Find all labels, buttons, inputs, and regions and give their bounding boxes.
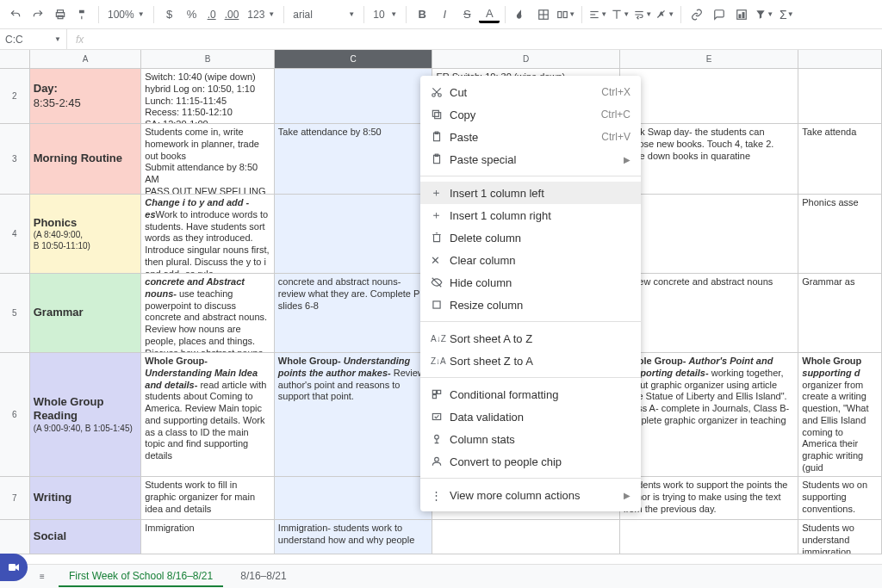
ctx-cut[interactable]: CutCtrl+X bbox=[420, 81, 641, 103]
chart-button[interactable] bbox=[731, 4, 752, 25]
comment-button[interactable] bbox=[709, 4, 730, 25]
fill-color-button[interactable] bbox=[511, 4, 531, 25]
cell[interactable]: Morning Routine bbox=[30, 124, 142, 194]
ctx-insert-right[interactable]: ＋Insert 1 column right bbox=[420, 204, 641, 226]
cell[interactable]: Whole Group- Understanding Main Idea and… bbox=[141, 353, 275, 476]
merge-button[interactable]: ▼ bbox=[556, 4, 576, 25]
cell[interactable]: Book Swap day- the students can choose n… bbox=[620, 124, 799, 194]
cell[interactable]: Students work to support the points the … bbox=[620, 477, 799, 519]
column-header-f[interactable] bbox=[798, 50, 882, 68]
ctx-delete-col[interactable]: Delete column bbox=[420, 226, 641, 249]
rotate-button[interactable]: A▼ bbox=[655, 4, 675, 25]
cell[interactable]: concrete and Abstract nouns- use teachin… bbox=[141, 274, 275, 352]
cell[interactable]: review concrete and abstract nouns bbox=[620, 274, 799, 352]
cell[interactable]: Whole Group- Understanding points the au… bbox=[275, 353, 433, 476]
zoom-selector[interactable]: 100%▼ bbox=[104, 9, 148, 21]
strike-button[interactable]: S bbox=[457, 4, 477, 25]
print-button[interactable] bbox=[50, 4, 71, 25]
italic-button[interactable]: I bbox=[434, 4, 455, 25]
cell[interactable]: Take attenda bbox=[798, 124, 882, 194]
undo-button[interactable] bbox=[5, 4, 26, 25]
ctx-people-chip[interactable]: Convert to people chip bbox=[420, 450, 641, 473]
cell[interactable] bbox=[432, 520, 619, 554]
ctx-sort-az[interactable]: A↓ZSort sheet A to Z bbox=[420, 327, 641, 350]
cell[interactable]: Immigration- students work to understand… bbox=[275, 520, 433, 554]
filter-button[interactable]: ▼ bbox=[754, 4, 774, 25]
cell[interactable]: Day: 8:35-2:45 bbox=[30, 69, 142, 123]
ctx-sort-za[interactable]: Z↓ASort sheet Z to A bbox=[420, 350, 641, 372]
currency-button[interactable]: $ bbox=[159, 4, 180, 25]
cell[interactable]: Phonics asse bbox=[798, 195, 882, 273]
text-color-button[interactable]: A bbox=[479, 6, 500, 23]
decrease-decimal-button[interactable]: .0 bbox=[204, 9, 220, 21]
row-header[interactable]: 2 bbox=[0, 69, 30, 123]
ctx-more[interactable]: ⋮View more column actions▶ bbox=[420, 484, 641, 506]
cell[interactable] bbox=[620, 69, 799, 123]
percent-button[interactable]: % bbox=[182, 4, 202, 25]
meet-button[interactable] bbox=[0, 554, 28, 581]
halign-button[interactable]: ▼ bbox=[587, 4, 608, 25]
row-header[interactable]: 6 bbox=[0, 353, 30, 476]
column-header-b[interactable]: B bbox=[141, 50, 275, 68]
valign-button[interactable]: ▼ bbox=[610, 4, 630, 25]
cell[interactable]: Students come in, write homework in plan… bbox=[141, 124, 275, 194]
sheet-tab-active[interactable]: First Week of School 8/16–8/21 bbox=[59, 566, 223, 587]
name-box[interactable]: C:C▼ bbox=[0, 29, 67, 49]
cell[interactable] bbox=[620, 195, 799, 273]
column-header-c[interactable]: C bbox=[275, 50, 433, 68]
cell[interactable] bbox=[275, 195, 433, 273]
functions-button[interactable]: Σ▼ bbox=[776, 4, 797, 25]
cell[interactable]: Students wo on supporting conventions. bbox=[798, 477, 882, 519]
cell[interactable]: Take attendance by 8:50 bbox=[275, 124, 433, 194]
ctx-insert-left[interactable]: ＋Insert 1 column left bbox=[420, 182, 641, 204]
cell[interactable]: Social bbox=[30, 520, 142, 554]
cell[interactable]: Whole Group supporting d organizer from … bbox=[798, 353, 882, 476]
cell[interactable] bbox=[275, 477, 433, 519]
cell[interactable]: Immigration bbox=[141, 520, 275, 554]
cell[interactable]: concrete and abstract nouns- review what… bbox=[275, 274, 433, 352]
row-header[interactable]: 5 bbox=[0, 274, 30, 352]
column-header-a[interactable]: A bbox=[30, 50, 141, 68]
cell[interactable]: Whole Group Reading(A 9:00-9:40, B 1:05-… bbox=[30, 353, 142, 476]
ctx-paste-special[interactable]: Paste special▶ bbox=[420, 148, 641, 170]
cell[interactable]: Writing bbox=[30, 477, 142, 519]
ctx-resize-col[interactable]: Resize column bbox=[420, 294, 641, 316]
fontsize-selector[interactable]: 10▼ bbox=[370, 9, 401, 21]
sheet-tab-other[interactable]: 8/16–8/21 bbox=[230, 566, 296, 587]
row-header[interactable]: 3 bbox=[0, 124, 30, 194]
borders-button[interactable] bbox=[533, 4, 554, 25]
paint-format-button[interactable] bbox=[72, 4, 93, 25]
link-button[interactable] bbox=[686, 4, 707, 25]
cell[interactable]: Students work to fill in graphic organiz… bbox=[141, 477, 275, 519]
ctx-hide-col[interactable]: Hide column bbox=[420, 271, 641, 294]
cell[interactable]: Phonics(A 8:40-9:00, B 10:50-11:10) bbox=[30, 195, 142, 273]
cell[interactable] bbox=[798, 69, 882, 123]
cell[interactable]: Grammar bbox=[30, 274, 142, 352]
cell[interactable]: Grammar as bbox=[798, 274, 882, 352]
font-selector[interactable]: arial▼ bbox=[289, 9, 358, 21]
more-formats-button[interactable]: 123▼ bbox=[244, 9, 278, 21]
cell[interactable]: Change i to y and add -esWork to introdu… bbox=[141, 195, 275, 273]
row-header[interactable]: 4 bbox=[0, 195, 30, 273]
ctx-copy[interactable]: CopyCtrl+C bbox=[420, 103, 641, 126]
cell[interactable] bbox=[275, 69, 433, 123]
ctx-paste[interactable]: PasteCtrl+V bbox=[420, 126, 641, 148]
ctx-conditional[interactable]: Conditional formatting bbox=[420, 383, 641, 405]
all-sheets-button[interactable]: ≡ bbox=[33, 567, 52, 586]
increase-decimal-button[interactable]: .00 bbox=[221, 9, 243, 21]
cell[interactable]: Switch: 10:40 (wipe down) hybrid Log on:… bbox=[141, 69, 275, 123]
ctx-clear-col[interactable]: ✕Clear column bbox=[420, 249, 641, 271]
cell[interactable] bbox=[620, 520, 799, 554]
redo-button[interactable] bbox=[28, 4, 48, 25]
column-header-d[interactable]: D bbox=[432, 50, 619, 68]
cell[interactable]: Whole Group- Author's Point and supporti… bbox=[620, 353, 799, 476]
ctx-data-validation[interactable]: Data validation bbox=[420, 405, 641, 428]
row-header[interactable] bbox=[0, 520, 30, 554]
ctx-column-stats[interactable]: Column stats bbox=[420, 428, 641, 450]
bold-button[interactable]: B bbox=[412, 4, 432, 25]
formula-input[interactable] bbox=[92, 29, 882, 49]
wrap-button[interactable]: ▼ bbox=[632, 4, 653, 25]
select-all-corner[interactable] bbox=[0, 50, 30, 68]
column-header-e[interactable]: E bbox=[620, 50, 799, 68]
row-header[interactable]: 7 bbox=[0, 477, 30, 519]
